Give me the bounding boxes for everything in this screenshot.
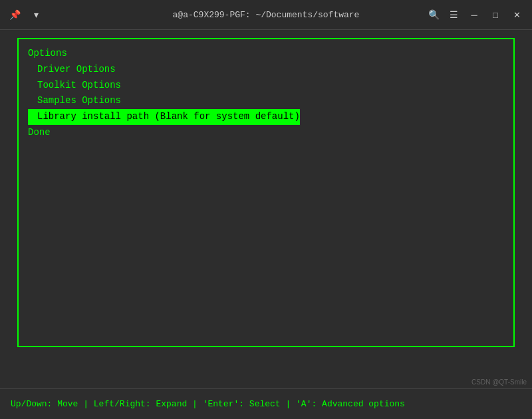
window-title: a@a-C9X299-PGF: ~/Documents/software — [173, 10, 360, 20]
minimize-icon: ─ — [471, 10, 477, 20]
title-bar: 📌 ▾ a@a-C9X299-PGF: ~/Documents/software… — [0, 0, 532, 30]
minimize-button[interactable]: ─ — [464, 5, 484, 24]
maximize-button[interactable]: □ — [485, 5, 505, 24]
search-icon: 🔍 — [428, 9, 440, 20]
status-bar: Up/Down: Move | Left/Right: Expand | 'En… — [0, 388, 532, 419]
title-bar-left: 📌 ▾ — [5, 5, 45, 24]
watermark: CSDN @QT-Smile — [471, 378, 527, 386]
menu-box: Options Driver Options Toolkit Options S… — [17, 38, 515, 347]
pin-icon: 📌 — [9, 9, 21, 20]
chevron-button[interactable]: ▾ — [27, 5, 45, 24]
title-bar-right: 🔍 ☰ ─ □ ✕ — [424, 5, 527, 24]
terminal-content: Options Driver Options Toolkit Options S… — [0, 30, 532, 388]
status-text: Up/Down: Move | Left/Right: Expand | 'En… — [11, 399, 405, 409]
maximize-icon: □ — [493, 10, 498, 20]
close-button[interactable]: ✕ — [507, 5, 527, 24]
pin-button[interactable]: 📌 — [5, 5, 24, 24]
menu-item-driver[interactable]: Driver Options — [28, 62, 504, 78]
hamburger-button[interactable]: ☰ — [444, 5, 463, 24]
menu-item-samples[interactable]: Samples Options — [28, 93, 504, 109]
search-button[interactable]: 🔍 — [424, 5, 443, 24]
terminal: Options Driver Options Toolkit Options S… — [0, 30, 532, 419]
close-icon: ✕ — [513, 10, 521, 20]
menu-item-done[interactable]: Done — [28, 125, 504, 141]
menu-item-toolkit[interactable]: Toolkit Options — [28, 78, 504, 94]
chevron-down-icon: ▾ — [34, 9, 39, 20]
menu-icon: ☰ — [450, 9, 458, 20]
menu-item-library[interactable]: Library install path (Blank for system d… — [28, 109, 300, 125]
menu-item-options[interactable]: Options — [28, 46, 504, 62]
